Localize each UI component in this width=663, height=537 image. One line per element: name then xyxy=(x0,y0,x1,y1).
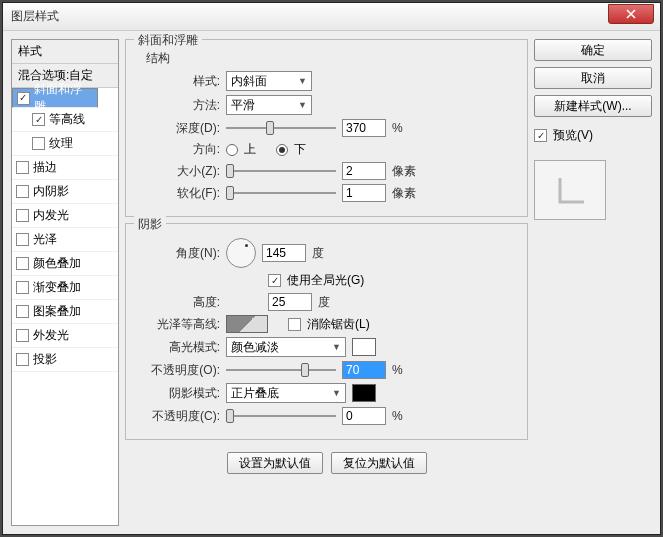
preview-icon xyxy=(550,170,590,210)
technique-label: 方法: xyxy=(138,97,220,114)
shadow-opacity-input[interactable]: 0 xyxy=(342,407,386,425)
shadow-mode-label: 阴影模式: xyxy=(138,385,220,402)
gloss-contour-picker[interactable] xyxy=(226,315,268,333)
set-default-button[interactable]: 设置为默认值 xyxy=(227,452,323,474)
cancel-button[interactable]: 取消 xyxy=(534,67,652,89)
sidebar-item-checkbox[interactable] xyxy=(16,353,29,366)
close-icon xyxy=(626,9,636,19)
sidebar-item-checkbox[interactable] xyxy=(16,233,29,246)
sidebar-item-checkbox[interactable] xyxy=(16,257,29,270)
sidebar-item-checkbox[interactable] xyxy=(32,113,45,126)
sidebar-item[interactable]: 描边 xyxy=(12,156,118,180)
titlebar: 图层样式 xyxy=(3,3,660,31)
soften-slider[interactable] xyxy=(226,185,336,201)
sidebar-header-styles[interactable]: 样式 xyxy=(12,40,118,64)
sidebar-item-checkbox[interactable] xyxy=(32,137,45,150)
sidebar-item[interactable]: 外发光 xyxy=(12,324,118,348)
sidebar-item-checkbox[interactable] xyxy=(16,161,29,174)
new-style-button[interactable]: 新建样式(W)... xyxy=(534,95,652,117)
angle-unit: 度 xyxy=(312,245,324,262)
structure-group: 斜面和浮雕 结构 样式: 内斜面▼ 方法: 平滑▼ 深度(D): 370 xyxy=(125,39,528,217)
sidebar-item-label: 外发光 xyxy=(33,327,69,344)
antialias-label: 消除锯齿(L) xyxy=(307,316,370,333)
altitude-input[interactable]: 25 xyxy=(268,293,312,311)
depth-label: 深度(D): xyxy=(138,120,220,137)
angle-dial[interactable] xyxy=(226,238,256,268)
shading-group: 阴影 角度(N): 145 度 使用全局光(G) 高度: xyxy=(125,223,528,440)
preview-thumbnail xyxy=(534,160,606,220)
highlight-mode-label: 高光模式: xyxy=(138,339,220,356)
depth-slider[interactable] xyxy=(226,120,336,136)
altitude-unit: 度 xyxy=(318,294,330,311)
close-button[interactable] xyxy=(608,4,654,24)
sidebar-item[interactable]: 纹理 xyxy=(12,132,118,156)
highlight-opacity-label: 不透明度(O): xyxy=(138,362,220,379)
altitude-label: 高度: xyxy=(138,294,220,311)
global-light-label: 使用全局光(G) xyxy=(287,272,364,289)
sidebar-item-label: 纹理 xyxy=(49,135,73,152)
sidebar-item-label: 渐变叠加 xyxy=(33,279,81,296)
direction-down-radio[interactable] xyxy=(276,144,288,156)
sidebar-item[interactable]: 内阴影 xyxy=(12,180,118,204)
shadow-opacity-label: 不透明度(C): xyxy=(138,408,220,425)
style-select[interactable]: 内斜面▼ xyxy=(226,71,312,91)
technique-select[interactable]: 平滑▼ xyxy=(226,95,312,115)
reset-default-button[interactable]: 复位为默认值 xyxy=(331,452,427,474)
sidebar-item-checkbox[interactable] xyxy=(16,185,29,198)
soften-input[interactable]: 1 xyxy=(342,184,386,202)
shadow-mode-select[interactable]: 正片叠底▼ xyxy=(226,383,346,403)
sidebar-item-label: 图案叠加 xyxy=(33,303,81,320)
sidebar-item-checkbox[interactable] xyxy=(16,209,29,222)
content-column: 斜面和浮雕 结构 样式: 内斜面▼ 方法: 平滑▼ 深度(D): 370 xyxy=(125,39,528,526)
shadow-color-swatch[interactable] xyxy=(352,384,376,402)
highlight-color-swatch[interactable] xyxy=(352,338,376,356)
direction-label: 方向: xyxy=(138,141,220,158)
shading-legend: 阴影 xyxy=(134,216,166,233)
main-area: 斜面和浮雕 结构 样式: 内斜面▼ 方法: 平滑▼ 深度(D): 370 xyxy=(125,39,652,526)
depth-input[interactable]: 370 xyxy=(342,119,386,137)
sidebar-item[interactable]: 斜面和浮雕 xyxy=(12,88,98,108)
sidebar-item-checkbox[interactable] xyxy=(16,281,29,294)
sidebar-item-checkbox[interactable] xyxy=(16,305,29,318)
sidebar-item[interactable]: 内发光 xyxy=(12,204,118,228)
styles-sidebar: 样式 混合选项:自定 斜面和浮雕等高线纹理描边内阴影内发光光泽颜色叠加渐变叠加图… xyxy=(11,39,119,526)
style-label: 样式: xyxy=(138,73,220,90)
shadow-opacity-unit: % xyxy=(392,409,403,423)
angle-input[interactable]: 145 xyxy=(262,244,306,262)
chevron-down-icon: ▼ xyxy=(298,76,307,86)
highlight-mode-select[interactable]: 颜色减淡▼ xyxy=(226,337,346,357)
sidebar-item[interactable]: 投影 xyxy=(12,348,118,372)
sidebar-item-label: 投影 xyxy=(33,351,57,368)
sidebar-item-label: 颜色叠加 xyxy=(33,255,81,272)
chevron-down-icon: ▼ xyxy=(298,100,307,110)
sidebar-item[interactable]: 渐变叠加 xyxy=(12,276,118,300)
direction-down-label: 下 xyxy=(294,141,306,158)
preview-label: 预览(V) xyxy=(553,127,593,144)
shadow-opacity-slider[interactable] xyxy=(226,408,336,424)
ok-button[interactable]: 确定 xyxy=(534,39,652,61)
sidebar-item[interactable]: 光泽 xyxy=(12,228,118,252)
chevron-down-icon: ▼ xyxy=(332,388,341,398)
antialias-checkbox[interactable] xyxy=(288,318,301,331)
sidebar-item-checkbox[interactable] xyxy=(16,329,29,342)
size-input[interactable]: 2 xyxy=(342,162,386,180)
highlight-opacity-slider[interactable] xyxy=(226,362,336,378)
sidebar-item[interactable]: 颜色叠加 xyxy=(12,252,118,276)
sidebar-item[interactable]: 等高线 xyxy=(12,108,118,132)
highlight-opacity-input[interactable]: 70 xyxy=(342,361,386,379)
sidebar-item[interactable]: 图案叠加 xyxy=(12,300,118,324)
size-slider[interactable] xyxy=(226,163,336,179)
sidebar-item-label: 内阴影 xyxy=(33,183,69,200)
global-light-checkbox[interactable] xyxy=(268,274,281,287)
defaults-buttons: 设置为默认值 复位为默认值 xyxy=(125,452,528,474)
gloss-label: 光泽等高线: xyxy=(138,316,220,333)
highlight-opacity-unit: % xyxy=(392,363,403,377)
preview-checkbox[interactable] xyxy=(534,129,547,142)
size-label: 大小(Z): xyxy=(138,163,220,180)
right-column: 确定 取消 新建样式(W)... 预览(V) xyxy=(534,39,652,526)
sidebar-item-label: 斜面和浮雕 xyxy=(34,81,93,115)
sidebar-item-checkbox[interactable] xyxy=(17,92,30,105)
direction-up-radio[interactable] xyxy=(226,144,238,156)
sidebar-item-label: 内发光 xyxy=(33,207,69,224)
angle-label: 角度(N): xyxy=(138,245,220,262)
